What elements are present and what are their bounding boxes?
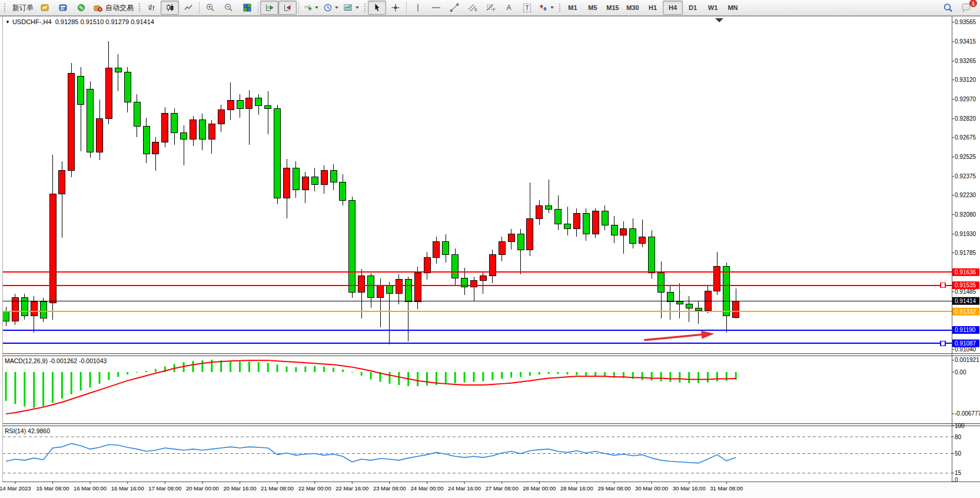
candle[interactable] (517, 234, 524, 250)
indicators-button[interactable] (301, 1, 321, 15)
candle[interactable] (265, 106, 271, 108)
line-chart-button[interactable] (179, 1, 197, 15)
candle[interactable] (199, 120, 205, 140)
candle[interactable] (358, 275, 365, 293)
tab-timeframe-m1[interactable]: M1 (563, 1, 583, 15)
candle[interactable] (602, 211, 608, 225)
candle[interactable] (377, 286, 384, 298)
trendline-button[interactable] (445, 1, 463, 15)
candle[interactable] (368, 275, 374, 297)
candle[interactable] (143, 127, 150, 154)
candle[interactable] (396, 280, 402, 294)
tab-timeframe-m15[interactable]: M15 (603, 1, 623, 15)
new-order-button[interactable]: 新订单 (8, 1, 36, 15)
candle[interactable] (302, 177, 308, 190)
crosshair-button[interactable] (386, 1, 404, 15)
navigator-button[interactable] (72, 1, 91, 15)
candle[interactable] (405, 280, 411, 301)
candle[interactable] (134, 102, 140, 127)
candle[interactable] (443, 242, 449, 255)
candle[interactable] (105, 68, 112, 119)
bar-chart-button[interactable] (142, 1, 161, 15)
zoom-in-button[interactable] (201, 1, 220, 15)
zoom-out-button[interactable] (220, 1, 238, 15)
candle[interactable] (433, 242, 440, 257)
periods-button[interactable] (321, 1, 341, 15)
candle[interactable] (630, 229, 636, 243)
candle[interactable] (695, 308, 702, 310)
auto-scroll-button[interactable] (260, 1, 278, 15)
candle[interactable] (59, 171, 65, 194)
candle[interactable] (555, 210, 562, 224)
candle[interactable] (274, 108, 281, 198)
auto-trading-button[interactable]: 自动交易 (91, 1, 136, 15)
candle[interactable] (414, 273, 421, 301)
candle[interactable] (564, 224, 571, 229)
candle[interactable] (218, 109, 224, 124)
candle[interactable] (611, 225, 617, 235)
candle[interactable] (162, 114, 168, 142)
candle[interactable] (68, 74, 75, 171)
tab-timeframe-h4[interactable]: H4 (663, 1, 683, 15)
line-handle[interactable] (941, 283, 945, 288)
candle[interactable] (293, 168, 299, 190)
text-button[interactable]: A (500, 1, 518, 15)
candle[interactable] (658, 273, 665, 293)
candle[interactable] (124, 72, 131, 102)
chart-symbol-title[interactable]: ▼USDCHF-,H4 0.91285 0.91510 0.91279 0.91… (5, 18, 154, 25)
candle[interactable] (452, 255, 459, 278)
market-watch-button[interactable] (36, 1, 54, 15)
templates-button[interactable] (341, 1, 361, 15)
chart-shift-button[interactable] (278, 1, 297, 15)
vertical-line-button[interactable] (408, 1, 427, 15)
candle[interactable] (649, 237, 655, 273)
candle[interactable] (573, 213, 580, 228)
candle[interactable] (349, 200, 356, 292)
candle[interactable] (471, 281, 477, 287)
candle[interactable] (667, 293, 673, 301)
candle[interactable] (583, 213, 589, 234)
candle[interactable] (87, 89, 94, 152)
candle[interactable] (527, 218, 533, 250)
candle[interactable] (31, 301, 37, 316)
tile-windows-button[interactable] (238, 1, 256, 15)
candle[interactable] (311, 177, 318, 185)
candle[interactable] (152, 142, 159, 154)
candle[interactable] (40, 301, 46, 318)
candle[interactable] (620, 229, 627, 235)
candle[interactable] (546, 205, 552, 210)
horizontal-line-button[interactable] (427, 1, 445, 15)
candle[interactable] (237, 101, 243, 108)
candle[interactable] (49, 194, 56, 303)
candle[interactable] (181, 133, 187, 140)
candle[interactable] (190, 120, 197, 140)
candle[interactable] (227, 101, 234, 109)
candle[interactable] (386, 286, 393, 294)
tab-timeframe-h1[interactable]: H1 (643, 1, 663, 15)
candle[interactable] (686, 304, 692, 308)
candle[interactable] (246, 98, 253, 108)
collapse-pane-icon[interactable]: ▼ (5, 19, 10, 25)
candle[interactable] (499, 242, 505, 255)
candle[interactable] (480, 275, 486, 281)
notifications-button[interactable]: 1 (957, 1, 975, 15)
search-button[interactable] (939, 1, 957, 15)
candlestick-chart-button[interactable] (161, 1, 179, 15)
candle[interactable] (714, 267, 720, 291)
candle[interactable] (3, 312, 9, 321)
candle[interactable] (330, 171, 337, 182)
candle[interactable] (78, 76, 84, 104)
candle[interactable] (208, 124, 215, 140)
candle[interactable] (508, 234, 514, 242)
candle[interactable] (592, 211, 599, 234)
toolbar-handle[interactable] (138, 2, 141, 13)
candle[interactable] (115, 68, 121, 72)
tab-timeframe-mn[interactable]: MN (723, 1, 743, 15)
cursor-button[interactable] (368, 1, 386, 15)
candle[interactable] (676, 301, 683, 304)
candle[interactable] (340, 182, 346, 201)
tab-timeframe-m5[interactable]: M5 (583, 1, 603, 15)
candle[interactable] (424, 257, 430, 273)
candle[interactable] (97, 119, 103, 152)
candle[interactable] (171, 114, 178, 133)
